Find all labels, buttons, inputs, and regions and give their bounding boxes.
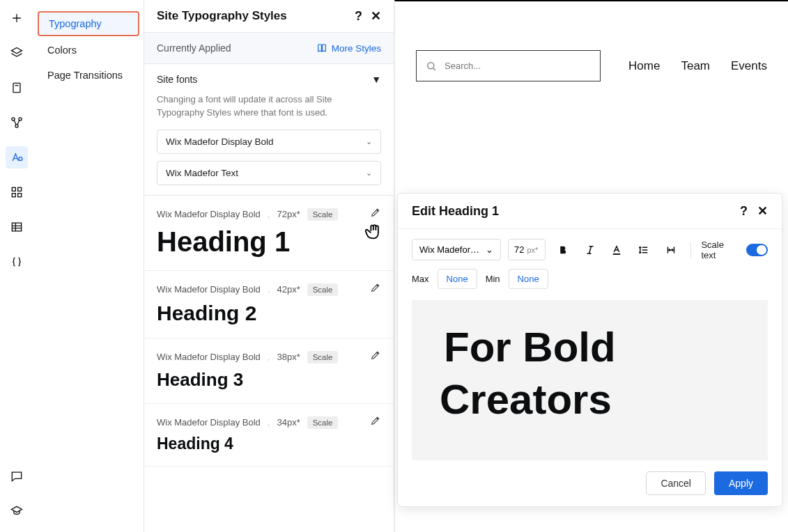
heading-list: Wix Madefor Display Bold, 72px* Scale He… [144, 196, 394, 532]
text-color-button[interactable] [607, 240, 627, 260]
heading-preview-h3: Heading 3 [157, 369, 381, 391]
letter-spacing-button[interactable] [661, 240, 681, 260]
nodes-icon[interactable] [6, 111, 28, 134]
heading-block-h4[interactable]: Wix Madefor Display Bold, 34px* Scale He… [144, 404, 394, 467]
currently-applied-label: Currently Applied [157, 42, 231, 54]
typography-icon[interactable] [6, 146, 28, 169]
left-icon-rail [0, 0, 33, 532]
table-icon[interactable] [6, 216, 28, 238]
scale-text-label: Scale text [701, 240, 739, 260]
edit-panel-footer: Cancel Apply [398, 460, 782, 506]
chevron-down-icon: ⌄ [366, 137, 372, 146]
close-icon[interactable]: ✕ [757, 203, 768, 219]
comment-icon[interactable] [6, 465, 28, 487]
site-fonts-section: Site fonts ▼ Changing a font will update… [144, 64, 394, 196]
heading-preview-h1: Heading 1 [157, 226, 381, 258]
submenu-item-typography[interactable]: Typography [38, 11, 139, 36]
font-family-select[interactable]: Wix Madefor Di… ⌄ [412, 239, 501, 260]
search-icon [425, 60, 438, 72]
submenu-item-colors[interactable]: Colors [33, 38, 144, 63]
min-value-input[interactable]: None [509, 269, 548, 289]
edit-preview-area: For Bold Creators [412, 300, 768, 460]
submenu-item-page-transitions[interactable]: Page Transitions [33, 63, 144, 88]
font-size-input[interactable]: 72 px* [508, 239, 546, 260]
svg-rect-8 [18, 194, 22, 197]
cursor-pointer-icon [364, 222, 384, 244]
code-braces-icon[interactable] [6, 251, 28, 273]
edit-heading-icon[interactable] [370, 207, 381, 221]
heading-preview-text[interactable]: For Bold Creators [440, 321, 740, 425]
heading-block-h2[interactable]: Wix Madefor Display Bold, 42px* Scale He… [144, 271, 394, 338]
design-submenu: Typography Colors Page Transitions [33, 0, 144, 532]
layers-icon[interactable] [6, 42, 28, 64]
edit-heading-icon[interactable] [370, 415, 381, 429]
svg-rect-7 [12, 194, 15, 197]
toolbar-divider [690, 242, 691, 258]
book-icon [316, 42, 327, 54]
site-header: Home Team Events [395, 50, 788, 81]
edit-heading-icon[interactable] [370, 282, 381, 296]
search-box[interactable] [416, 50, 601, 81]
apps-icon[interactable] [6, 181, 28, 203]
site-nav: Home Team Events [628, 59, 767, 73]
edit-panel-header: Edit Heading 1 ? ✕ [398, 194, 782, 229]
svg-point-10 [428, 62, 434, 68]
chevron-down-icon: ⌄ [486, 244, 493, 255]
currently-applied-section: Currently Applied More Styles [144, 33, 394, 64]
heading-preview-h4: Heading 4 [157, 435, 381, 453]
bold-button[interactable] [553, 240, 573, 260]
more-styles-link[interactable]: More Styles [316, 42, 381, 54]
primary-font-select[interactable]: Wix Madefor Display Bold ⌄ [157, 130, 381, 154]
search-input[interactable] [445, 61, 584, 71]
svg-point-1 [12, 118, 15, 120]
add-icon[interactable] [6, 7, 28, 29]
heading-block-h3[interactable]: Wix Madefor Display Bold, 38px* Scale He… [144, 338, 394, 404]
min-label: Min [486, 274, 500, 284]
help-icon[interactable]: ? [740, 204, 748, 219]
nav-link-team[interactable]: Team [681, 59, 710, 73]
learn-icon[interactable] [6, 500, 28, 522]
typography-panel: Site Typography Styles ? ✕ Currently App… [144, 0, 394, 532]
svg-rect-0 [13, 83, 20, 92]
scale-badge: Scale [307, 283, 339, 296]
chevron-down-icon: ⌄ [366, 169, 372, 178]
help-icon[interactable]: ? [355, 9, 362, 24]
scale-badge: Scale [307, 351, 339, 363]
site-fonts-header[interactable]: Site fonts ▼ [157, 74, 381, 88]
secondary-font-select[interactable]: Wix Madefor Text ⌄ [157, 161, 381, 185]
typography-panel-title: Site Typography Styles [157, 9, 287, 23]
nav-link-events[interactable]: Events [731, 59, 767, 73]
nav-link-home[interactable]: Home [628, 59, 660, 73]
svg-point-4 [19, 157, 22, 161]
max-value-input[interactable]: None [438, 269, 477, 289]
svg-rect-6 [18, 187, 22, 191]
svg-point-2 [19, 118, 22, 120]
edit-panel-title: Edit Heading 1 [412, 204, 499, 219]
cancel-button[interactable]: Cancel [646, 471, 706, 495]
chevron-down-icon: ▼ [371, 74, 381, 85]
italic-button[interactable] [580, 240, 600, 260]
max-label: Max [412, 274, 429, 284]
typography-panel-header: Site Typography Styles ? ✕ [144, 0, 394, 33]
edit-heading-icon[interactable] [370, 350, 381, 363]
heading-preview-h2: Heading 2 [157, 302, 381, 325]
max-min-row: Max None Min None [398, 266, 782, 300]
apply-button[interactable]: Apply [714, 471, 768, 495]
page-icon[interactable] [6, 77, 28, 99]
edit-heading-panel: Edit Heading 1 ? ✕ Wix Madefor Di… ⌄ 72 … [397, 193, 782, 507]
scale-text-toggle[interactable] [746, 244, 768, 256]
scale-badge: Scale [307, 416, 339, 429]
close-icon[interactable]: ✕ [371, 8, 381, 24]
scale-badge: Scale [307, 208, 339, 221]
site-fonts-description: Changing a font will update it across al… [157, 93, 381, 120]
svg-rect-9 [12, 223, 21, 231]
edit-toolbar: Wix Madefor Di… ⌄ 72 px* Scale text [398, 229, 782, 266]
svg-rect-5 [12, 187, 15, 191]
heading-block-h1[interactable]: Wix Madefor Display Bold, 72px* Scale He… [144, 196, 394, 271]
line-height-button[interactable] [634, 240, 654, 260]
